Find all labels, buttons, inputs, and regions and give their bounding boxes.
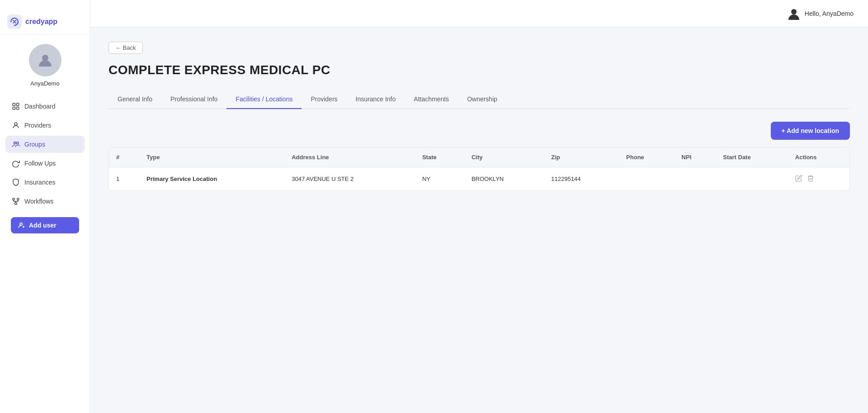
tab-facilities-locations[interactable]: Facilities / Locations — [226, 90, 302, 109]
sidebar-item-label: Groups — [24, 141, 45, 148]
add-location-button[interactable]: + Add new location — [771, 122, 850, 140]
avatar-icon — [37, 52, 53, 68]
back-button[interactable]: ← Back — [108, 42, 143, 54]
groups-icon — [12, 140, 20, 148]
page-title: COMPLETE EXPRESS MEDICAL PC — [108, 63, 850, 77]
col-actions: Actions — [788, 147, 849, 167]
tabs-container: General Info Professional Info Facilitie… — [108, 90, 850, 109]
avatar — [29, 44, 61, 76]
credy-logo-icon — [7, 14, 22, 29]
col-type: Type — [139, 147, 284, 167]
delete-button[interactable] — [807, 175, 814, 183]
sidebar-item-label: Dashboard — [24, 103, 56, 110]
svg-rect-3 — [17, 103, 19, 105]
tab-insurance-info[interactable]: Insurance Info — [347, 90, 405, 109]
tab-professional-info[interactable]: Professional Info — [161, 90, 226, 109]
cell-actions — [788, 167, 849, 191]
svg-point-7 — [14, 142, 16, 144]
svg-rect-9 — [13, 198, 14, 200]
insurances-icon — [12, 178, 20, 186]
col-address: Address Line — [284, 147, 415, 167]
col-startdate: Start Date — [716, 147, 788, 167]
locations-table-container: # Type Address Line State City Zip Phone… — [108, 147, 850, 191]
tab-attachments[interactable]: Attachments — [405, 90, 458, 109]
edit-button[interactable] — [795, 175, 802, 183]
sidebar-nav: Dashboard Providers Groups Follow Ups — [0, 98, 90, 404]
col-city: City — [464, 147, 544, 167]
svg-rect-4 — [13, 107, 15, 109]
svg-rect-11 — [15, 203, 17, 204]
sidebar-item-insurances[interactable]: Insurances — [5, 174, 85, 191]
cell-number: 1 — [109, 167, 139, 191]
user-greeting: Hello, AnyaDemo — [805, 10, 854, 17]
sidebar-item-label: Workflows — [24, 198, 53, 205]
cell-address: 3047 AVENUE U STE 2 — [284, 167, 415, 191]
svg-point-8 — [17, 142, 19, 144]
col-phone: Phone — [619, 147, 675, 167]
sidebar-item-label: Follow Ups — [24, 160, 56, 167]
cell-startdate — [716, 167, 788, 191]
svg-rect-5 — [17, 107, 19, 109]
dashboard-icon — [12, 102, 20, 110]
svg-point-13 — [791, 9, 797, 14]
sidebar-item-workflows[interactable]: Workflows — [5, 193, 85, 210]
col-npi: NPI — [675, 147, 716, 167]
tab-ownership[interactable]: Ownership — [458, 90, 506, 109]
table-header-row: # Type Address Line State City Zip Phone… — [109, 147, 849, 167]
svg-point-1 — [42, 55, 48, 61]
sidebar-item-providers[interactable]: Providers — [5, 117, 85, 134]
sidebar-item-label: Insurances — [24, 179, 55, 186]
sidebar-item-label: Providers — [24, 122, 51, 129]
col-state: State — [415, 147, 464, 167]
cell-type: Primary Service Location — [139, 167, 284, 191]
locations-table: # Type Address Line State City Zip Phone… — [109, 147, 849, 190]
add-location-container: + Add new location — [108, 122, 850, 140]
sidebar-item-dashboard[interactable]: Dashboard — [5, 98, 85, 115]
cell-zip: 112295144 — [544, 167, 619, 191]
sidebar-username: AnyaDemo — [30, 80, 59, 87]
svg-rect-10 — [17, 198, 19, 200]
svg-rect-2 — [13, 103, 15, 105]
cell-city: BROOKLYN — [464, 167, 544, 191]
main-area: Hello, AnyaDemo ← Back COMPLETE EXPRESS … — [90, 0, 868, 413]
sidebar: credyapp AnyaDemo Dashboard Providers — [0, 0, 90, 413]
topbar: Hello, AnyaDemo — [90, 0, 868, 27]
person-icon — [12, 121, 20, 129]
table-row: 1 Primary Service Location 3047 AVENUE U… — [109, 167, 849, 191]
col-zip: Zip — [544, 147, 619, 167]
tab-general-info[interactable]: General Info — [108, 90, 161, 109]
tab-providers[interactable]: Providers — [302, 90, 346, 109]
sidebar-item-groups[interactable]: Groups — [5, 136, 85, 153]
cell-npi — [675, 167, 716, 191]
content-area: ← Back COMPLETE EXPRESS MEDICAL PC Gener… — [90, 27, 868, 413]
sidebar-item-followups[interactable]: Follow Ups — [5, 155, 85, 172]
cell-phone — [619, 167, 675, 191]
workflows-icon — [12, 197, 20, 205]
user-avatar-icon — [788, 7, 800, 20]
logo-area: credyapp — [0, 9, 90, 35]
edit-icon — [795, 175, 802, 182]
cell-state: NY — [415, 167, 464, 191]
add-user-icon — [18, 222, 25, 229]
trash-icon — [807, 175, 814, 182]
user-info: Hello, AnyaDemo — [788, 7, 854, 20]
back-label: ← Back — [115, 44, 136, 51]
add-user-button[interactable]: Add user — [11, 217, 79, 233]
add-user-label: Add user — [29, 222, 57, 229]
svg-point-6 — [14, 123, 17, 125]
followups-icon — [12, 159, 20, 167]
app-name: credyapp — [25, 18, 57, 26]
col-number: # — [109, 147, 139, 167]
svg-point-12 — [20, 223, 22, 225]
